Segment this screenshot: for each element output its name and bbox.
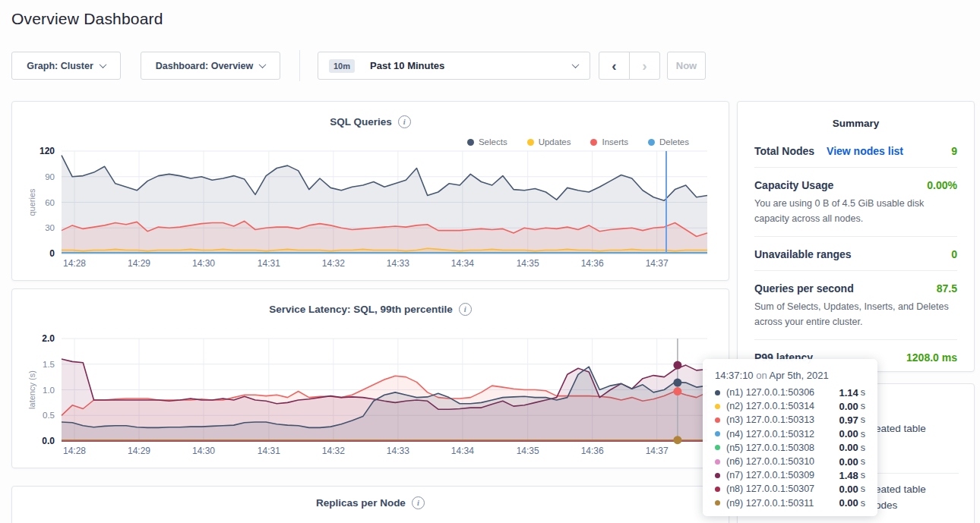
info-icon[interactable]: i (412, 496, 425, 509)
svg-text:14:37: 14:37 (646, 446, 669, 456)
time-prev-button[interactable]: ‹ (599, 52, 630, 80)
time-now-button[interactable]: Now (667, 52, 706, 80)
node-color-dot-icon (715, 390, 720, 395)
chevron-down-icon (572, 61, 580, 68)
tooltip-node-latency: 0.00 (839, 484, 858, 495)
event-text-fragment: odes (875, 499, 897, 511)
dashboard-dropdown[interactable]: Dashboard: Overview (141, 52, 280, 80)
tooltip-node-address: (n1) 127.0.0.1:50306 (726, 387, 839, 398)
toolbar-divider (299, 50, 300, 81)
tooltip-node-address: (n4) 127.0.0.1:50312 (726, 429, 839, 440)
node-color-dot-icon (715, 445, 720, 450)
svg-text:14:37: 14:37 (646, 258, 669, 269)
time-range-label: Past 10 Minutes (370, 60, 444, 71)
svg-text:0.0: 0.0 (42, 436, 55, 446)
tooltip-node-row: (n7) 127.0.0.1:50309 1.48 s (715, 468, 865, 482)
svg-text:14:28: 14:28 (63, 446, 86, 456)
tooltip-node-address: (n9) 127.0.0.1:50311 (726, 498, 839, 509)
capacity-usage-desc: You are using 0 B of 4.5 GiB usable disk… (754, 196, 957, 226)
svg-text:90: 90 (45, 172, 55, 181)
sql-queries-chart[interactable]: 14:2814:2914:3014:3114:3214:3314:3414:35… (12, 102, 729, 280)
event-text-fragment: eated table (875, 484, 926, 495)
tooltip-latency-unit: s (861, 414, 865, 425)
replicas-per-node-title: Replicas per Node (316, 497, 406, 509)
tooltip-node-latency: 0.00 (839, 442, 858, 453)
svg-text:14:34: 14:34 (451, 446, 474, 456)
chevron-down-icon (99, 61, 106, 68)
tooltip-node-address: (n6) 127.0.0.1:50310 (726, 456, 839, 467)
graph-dropdown-label: Graph: Cluster (27, 61, 93, 71)
time-range-badge: 10m (329, 59, 355, 73)
tooltip-latency-unit: s (861, 401, 865, 411)
service-latency-card: Service Latency: SQL, 99th percentile i … (11, 288, 729, 468)
svg-text:0: 0 (49, 248, 55, 259)
tooltip-latency-unit: s (861, 429, 865, 440)
svg-text:14:31: 14:31 (258, 446, 280, 456)
tooltip-node-address: (n3) 127.0.0.1:50313 (726, 414, 839, 425)
svg-text:120: 120 (40, 146, 55, 156)
page-title: Overview Dashboard (11, 10, 163, 28)
tooltip-node-row: (n6) 127.0.0.1:50310 0.00 s (715, 455, 865, 468)
summary-row-unavailable-ranges: Unavailable ranges 0 (754, 237, 957, 271)
svg-text:14:36: 14:36 (581, 258, 604, 269)
svg-text:1.0: 1.0 (43, 386, 55, 395)
p99-latency-value: 1208.0 ms (906, 351, 957, 364)
svg-text:60: 60 (45, 198, 55, 207)
tooltip-node-latency: 0.97 (839, 414, 858, 426)
svg-text:14:32: 14:32 (322, 446, 345, 456)
svg-text:14:34: 14:34 (451, 258, 474, 269)
latency-hover-tooltip: 14:37:10 on Apr 5th, 2021 (n1) 127.0.0.1… (703, 359, 877, 516)
time-range-dropdown[interactable]: 10m Past 10 Minutes (318, 52, 590, 80)
tooltip-latency-unit: s (861, 456, 865, 467)
node-color-dot-icon (715, 431, 720, 436)
svg-text:14:29: 14:29 (128, 446, 150, 456)
tooltip-node-address: (n7) 127.0.0.1:50309 (726, 470, 839, 480)
tooltip-latency-unit: s (861, 498, 865, 509)
svg-text:14:35: 14:35 (517, 446, 539, 456)
tooltip-latency-unit: s (861, 484, 865, 494)
tooltip-node-latency: 1.14 (839, 387, 858, 399)
now-button-label: Now (676, 60, 697, 71)
tooltip-node-address: (n8) 127.0.0.1:50307 (726, 484, 839, 494)
svg-text:0.5: 0.5 (43, 411, 55, 420)
svg-text:14:36: 14:36 (581, 446, 604, 456)
tooltip-node-row: (n4) 127.0.0.1:50312 0.00 s (715, 427, 865, 441)
svg-text:latency (s): latency (s) (27, 370, 36, 409)
tooltip-node-latency: 1.48 (839, 470, 858, 481)
graph-dropdown[interactable]: Graph: Cluster (11, 52, 121, 80)
tooltip-node-row: (n5) 127.0.0.1:50308 0.00 s (715, 441, 865, 455)
capacity-usage-value: 0.00% (927, 179, 957, 191)
tooltip-node-latency: 0.00 (839, 428, 858, 440)
svg-text:2.0: 2.0 (42, 333, 55, 344)
chevron-left-icon: ‹ (612, 58, 616, 73)
dashboard-dropdown-label: Dashboard: Overview (156, 61, 254, 71)
overview-dashboard-page: Overview Dashboard Graph: Cluster Dashbo… (0, 0, 980, 523)
tooltip-node-row: (n2) 127.0.0.1:50314 0.00 s (715, 399, 865, 413)
summary-panel: Summary Total Nodes View nodes list 9 Ca… (737, 101, 975, 372)
summary-row-total-nodes: Total Nodes View nodes list 9 (754, 134, 957, 168)
unavailable-ranges-value: 0 (951, 248, 957, 260)
view-nodes-list-link[interactable]: View nodes list (827, 145, 903, 157)
svg-text:14:33: 14:33 (387, 258, 409, 269)
replicas-per-node-card: Replicas per Node i (11, 486, 729, 523)
total-nodes-value: 9 (951, 145, 957, 157)
sql-queries-card: SQL Queries i Selects Updates Inserts De… (11, 101, 729, 281)
svg-text:30: 30 (45, 223, 55, 232)
tooltip-node-row: (n3) 127.0.0.1:50313 0.97 s (715, 413, 865, 427)
summary-title: Summary (754, 102, 957, 134)
node-color-dot-icon (715, 459, 720, 465)
svg-text:14:29: 14:29 (128, 258, 150, 269)
service-latency-chart[interactable]: 14:2814:2914:3014:3114:3214:3314:3414:35… (12, 289, 729, 468)
tooltip-node-latency: 0.00 (839, 456, 858, 468)
node-color-dot-icon (715, 404, 720, 409)
time-next-button[interactable]: › (629, 52, 660, 80)
tooltip-node-latency: 0.00 (839, 497, 858, 509)
node-color-dot-icon (715, 417, 720, 423)
tooltip-timestamp: 14:37:10 on Apr 5th, 2021 (715, 370, 865, 381)
tooltip-node-row: (n1) 127.0.0.1:50306 1.14 s (715, 386, 865, 399)
queries-per-second-desc: Sum of Selects, Updates, Inserts, and De… (754, 299, 957, 329)
queries-per-second-value: 87.5 (937, 282, 957, 295)
svg-text:queries: queries (27, 188, 36, 216)
tooltip-node-address: (n2) 127.0.0.1:50314 (726, 401, 839, 411)
svg-text:14:32: 14:32 (322, 258, 345, 269)
